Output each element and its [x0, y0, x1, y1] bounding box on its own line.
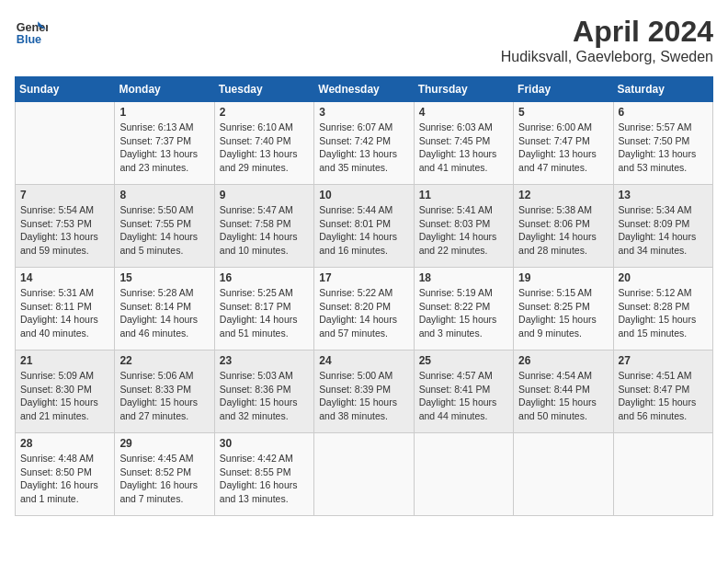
day-number: 8 [119, 189, 209, 201]
day-info: Sunrise: 4:48 AM Sunset: 8:50 PM Dayligh… [20, 452, 109, 506]
calendar-cell: 2Sunrise: 6:10 AM Sunset: 7:40 PM Daylig… [214, 102, 313, 185]
day-info: Sunrise: 5:54 AM Sunset: 7:53 PM Dayligh… [20, 203, 109, 258]
calendar-cell [414, 433, 513, 516]
week-row-5: 28Sunrise: 4:48 AM Sunset: 8:50 PM Dayli… [16, 433, 713, 516]
day-info: Sunrise: 5:34 AM Sunset: 8:09 PM Dayligh… [619, 203, 708, 258]
day-info: Sunrise: 6:13 AM Sunset: 7:37 PM Dayligh… [119, 121, 209, 175]
day-info: Sunrise: 5:03 AM Sunset: 8:36 PM Dayligh… [220, 369, 309, 423]
day-info: Sunrise: 6:00 AM Sunset: 7:47 PM Dayligh… [518, 121, 608, 175]
calendar-cell: 14Sunrise: 5:31 AM Sunset: 8:11 PM Dayli… [16, 268, 115, 350]
month-title: April 2024 [501, 15, 713, 49]
calendar-cell: 21Sunrise: 5:09 AM Sunset: 8:30 PM Dayli… [16, 350, 115, 433]
week-row-1: 1Sunrise: 6:13 AM Sunset: 7:37 PM Daylig… [16, 102, 713, 185]
logo-icon: General Blue [15, 15, 48, 48]
day-number: 28 [20, 437, 109, 450]
day-info: Sunrise: 5:15 AM Sunset: 8:25 PM Dayligh… [518, 286, 608, 340]
weekday-header-monday: Monday [115, 77, 214, 102]
calendar-cell: 19Sunrise: 5:15 AM Sunset: 8:25 PM Dayli… [514, 268, 613, 350]
weekday-header-sunday: Sunday [16, 77, 115, 102]
calendar-cell: 22Sunrise: 5:06 AM Sunset: 8:33 PM Dayli… [115, 350, 214, 433]
svg-text:Blue: Blue [17, 33, 41, 46]
calendar-cell: 7Sunrise: 5:54 AM Sunset: 7:53 PM Daylig… [16, 185, 115, 268]
weekday-header-friday: Friday [514, 77, 613, 102]
day-number: 29 [119, 437, 209, 450]
day-number: 12 [518, 189, 608, 201]
day-info: Sunrise: 5:19 AM Sunset: 8:22 PM Dayligh… [419, 286, 508, 340]
day-info: Sunrise: 5:12 AM Sunset: 8:28 PM Dayligh… [619, 286, 708, 340]
day-number: 13 [619, 189, 708, 201]
calendar-cell: 17Sunrise: 5:22 AM Sunset: 8:20 PM Dayli… [314, 268, 414, 350]
location-title: Hudiksvall, Gaevleborg, Sweden [501, 49, 713, 65]
day-info: Sunrise: 6:07 AM Sunset: 7:42 PM Dayligh… [319, 121, 408, 175]
calendar-cell: 29Sunrise: 4:45 AM Sunset: 8:52 PM Dayli… [115, 433, 214, 516]
day-info: Sunrise: 5:41 AM Sunset: 8:03 PM Dayligh… [419, 203, 508, 258]
day-number: 30 [220, 437, 309, 450]
day-info: Sunrise: 5:47 AM Sunset: 7:58 PM Dayligh… [220, 203, 309, 258]
day-info: Sunrise: 5:31 AM Sunset: 8:11 PM Dayligh… [20, 286, 109, 340]
calendar-cell: 15Sunrise: 5:28 AM Sunset: 8:14 PM Dayli… [115, 268, 214, 350]
day-number: 11 [419, 189, 508, 201]
calendar-cell: 3Sunrise: 6:07 AM Sunset: 7:42 PM Daylig… [314, 102, 414, 185]
calendar-cell [16, 102, 115, 185]
day-number: 27 [619, 354, 708, 367]
calendar-cell: 30Sunrise: 4:42 AM Sunset: 8:55 PM Dayli… [214, 433, 313, 516]
day-number: 14 [20, 271, 109, 284]
day-number: 16 [220, 271, 309, 284]
day-info: Sunrise: 5:25 AM Sunset: 8:17 PM Dayligh… [220, 286, 309, 340]
calendar-cell [514, 433, 613, 516]
day-number: 23 [220, 354, 309, 367]
day-info: Sunrise: 4:51 AM Sunset: 8:47 PM Dayligh… [619, 369, 708, 423]
weekday-header-tuesday: Tuesday [214, 77, 313, 102]
calendar-cell [314, 433, 414, 516]
calendar-cell: 24Sunrise: 5:00 AM Sunset: 8:39 PM Dayli… [314, 350, 414, 433]
day-info: Sunrise: 4:54 AM Sunset: 8:44 PM Dayligh… [518, 369, 608, 423]
week-row-4: 21Sunrise: 5:09 AM Sunset: 8:30 PM Dayli… [16, 350, 713, 433]
title-area: April 2024 Hudiksvall, Gaevleborg, Swede… [501, 15, 713, 65]
day-number: 9 [220, 189, 309, 201]
day-info: Sunrise: 5:50 AM Sunset: 7:55 PM Dayligh… [119, 203, 209, 258]
week-row-2: 7Sunrise: 5:54 AM Sunset: 7:53 PM Daylig… [16, 185, 713, 268]
weekday-header-wednesday: Wednesday [314, 77, 414, 102]
weekday-header-row: SundayMondayTuesdayWednesdayThursdayFrid… [16, 77, 713, 102]
day-number: 5 [518, 106, 608, 119]
day-number: 24 [319, 354, 408, 367]
day-number: 22 [119, 354, 209, 367]
day-number: 15 [119, 271, 209, 284]
day-number: 21 [20, 354, 109, 367]
calendar-cell: 1Sunrise: 6:13 AM Sunset: 7:37 PM Daylig… [115, 102, 214, 185]
day-number: 1 [119, 106, 209, 119]
day-number: 2 [220, 106, 309, 119]
day-info: Sunrise: 5:06 AM Sunset: 8:33 PM Dayligh… [119, 369, 209, 423]
day-number: 6 [619, 106, 708, 119]
day-number: 19 [518, 271, 608, 284]
calendar-cell: 8Sunrise: 5:50 AM Sunset: 7:55 PM Daylig… [115, 185, 214, 268]
calendar-cell: 6Sunrise: 5:57 AM Sunset: 7:50 PM Daylig… [613, 102, 712, 185]
day-number: 26 [518, 354, 608, 367]
calendar-cell: 12Sunrise: 5:38 AM Sunset: 8:06 PM Dayli… [514, 185, 613, 268]
day-number: 3 [319, 106, 408, 119]
day-number: 25 [419, 354, 508, 367]
calendar-cell: 10Sunrise: 5:44 AM Sunset: 8:01 PM Dayli… [314, 185, 414, 268]
calendar-cell: 4Sunrise: 6:03 AM Sunset: 7:45 PM Daylig… [414, 102, 513, 185]
day-info: Sunrise: 5:44 AM Sunset: 8:01 PM Dayligh… [319, 203, 408, 258]
calendar-cell: 26Sunrise: 4:54 AM Sunset: 8:44 PM Dayli… [514, 350, 613, 433]
day-info: Sunrise: 6:03 AM Sunset: 7:45 PM Dayligh… [419, 121, 508, 175]
calendar-cell: 25Sunrise: 4:57 AM Sunset: 8:41 PM Dayli… [414, 350, 513, 433]
calendar-cell: 5Sunrise: 6:00 AM Sunset: 7:47 PM Daylig… [514, 102, 613, 185]
calendar-cell: 23Sunrise: 5:03 AM Sunset: 8:36 PM Dayli… [214, 350, 313, 433]
calendar-cell: 16Sunrise: 5:25 AM Sunset: 8:17 PM Dayli… [214, 268, 313, 350]
weekday-header-thursday: Thursday [414, 77, 513, 102]
day-info: Sunrise: 5:22 AM Sunset: 8:20 PM Dayligh… [319, 286, 408, 340]
day-info: Sunrise: 4:45 AM Sunset: 8:52 PM Dayligh… [119, 452, 209, 506]
day-info: Sunrise: 5:38 AM Sunset: 8:06 PM Dayligh… [518, 203, 608, 258]
day-info: Sunrise: 6:10 AM Sunset: 7:40 PM Dayligh… [220, 121, 309, 175]
day-number: 10 [319, 189, 408, 201]
calendar-cell: 18Sunrise: 5:19 AM Sunset: 8:22 PM Dayli… [414, 268, 513, 350]
weekday-header-saturday: Saturday [613, 77, 712, 102]
day-number: 7 [20, 189, 109, 201]
page-header: General Blue April 2024 Hudiksvall, Gaev… [15, 15, 713, 65]
day-number: 18 [419, 271, 508, 284]
day-number: 4 [419, 106, 508, 119]
calendar-cell: 13Sunrise: 5:34 AM Sunset: 8:09 PM Dayli… [613, 185, 712, 268]
day-number: 20 [619, 271, 708, 284]
